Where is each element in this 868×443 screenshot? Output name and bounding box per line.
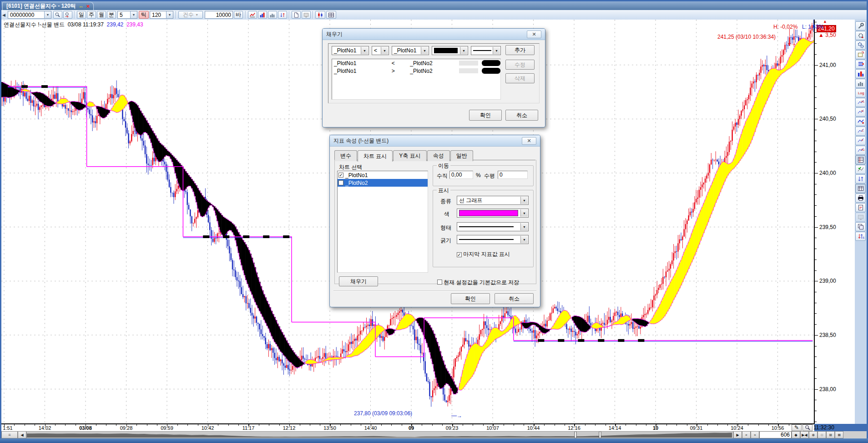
fill-style-select[interactable]: ▼ xyxy=(471,46,501,55)
trend-line-button[interactable] xyxy=(248,11,257,19)
page-left-button[interactable]: « xyxy=(742,431,751,438)
scroll-left-button[interactable]: ◀ xyxy=(18,431,26,438)
chevron-down-icon[interactable]: ▼ xyxy=(421,47,428,54)
horizontal-input[interactable]: 0 xyxy=(498,171,528,179)
vertical-input[interactable]: 0,00 xyxy=(449,171,473,179)
fill-left-plot-select[interactable]: _PlotNo1▼ xyxy=(332,46,369,55)
page-right-button[interactable]: » xyxy=(751,431,759,438)
visible-bars-input[interactable]: 606 xyxy=(759,431,792,438)
layout-button[interactable]: ⊞ xyxy=(826,431,835,438)
chevron-down-icon[interactable]: ▼ xyxy=(520,209,528,217)
wrench-icon[interactable] xyxy=(855,21,866,31)
indicator-properties-dialog[interactable]: 지표 속성 (!-선물 밴드) ✕ 변수차트 표시Y축 표시속성일반 차트 선택… xyxy=(329,135,540,307)
period-day-button[interactable]: 일 xyxy=(77,11,86,19)
copy-window-icon[interactable] xyxy=(855,222,866,231)
symbol-code-input[interactable]: 00000000▼ xyxy=(8,11,51,19)
tick-button[interactable]: 틱 xyxy=(139,11,149,19)
fill-cancel-button[interactable]: 취소 xyxy=(505,110,538,121)
chart-compare-icon[interactable]: C xyxy=(855,127,866,136)
window-tab[interactable]: [6101] 연결선물지수 - 120틱 ⇔ × xyxy=(2,2,94,10)
scroll-handle[interactable]: ≡ xyxy=(1,431,18,438)
fill-modify-button[interactable]: 수정 xyxy=(505,60,535,70)
swap-updown-icon[interactable] xyxy=(855,174,866,183)
color-select[interactable]: ▼ xyxy=(457,209,529,218)
plot-list-item[interactable]: ✓ _PlotNo1 xyxy=(338,171,428,179)
price-axis[interactable]: ▲ 241,20 ▲ 3,50 241,00 240,50 240,00 239… xyxy=(814,20,855,424)
expand-button[interactable]: ◆ xyxy=(792,431,800,438)
chevron-down-icon[interactable]: ▼ xyxy=(130,11,137,18)
volume-chart-button[interactable] xyxy=(258,11,267,19)
fill-right-plot-select[interactable]: _PlotNo1▼ xyxy=(392,46,429,55)
capture-button[interactable] xyxy=(302,11,311,19)
new-document-button[interactable] xyxy=(292,11,301,19)
chart-pct-icon[interactable]: % xyxy=(855,107,866,117)
props-cancel-button[interactable]: 취소 xyxy=(495,293,534,304)
scroll-right-button[interactable]: ▶ xyxy=(733,431,742,438)
period-week-button[interactable]: 주 xyxy=(87,11,96,19)
candle-style-button[interactable] xyxy=(315,11,325,19)
chevron-down-icon[interactable]: ▼ xyxy=(166,11,173,18)
close-chart-button[interactable]: ⊠ xyxy=(835,431,843,438)
plot-checkbox[interactable]: ✓ xyxy=(338,180,343,185)
multi-grid-button[interactable] xyxy=(326,11,336,19)
swap-icon[interactable]: ⇔ xyxy=(79,4,84,9)
chevron-down-icon[interactable]: ▼ xyxy=(381,47,388,54)
fill-condition-row[interactable]: _PlotNo1 < _PlotNo2 xyxy=(332,59,500,67)
count-select[interactable]: 건수 ▼ xyxy=(178,11,203,19)
chevron-down-icon[interactable]: ▼ xyxy=(520,223,528,230)
fill-ok-button[interactable]: 확인 xyxy=(469,110,502,121)
save-chart-icon[interactable] xyxy=(855,50,866,59)
search-go-button[interactable] xyxy=(63,11,72,19)
chart-line-icon[interactable] xyxy=(855,117,866,126)
chart-avg-icon[interactable]: %2 xyxy=(855,146,866,155)
zoom-button[interactable] xyxy=(802,424,812,431)
last-value-checkbox[interactable]: ✓ 마지막 지표값 표시 xyxy=(457,250,510,258)
chevron-down-icon[interactable]: ▼ xyxy=(460,47,467,54)
save-default-checkbox[interactable]: 현재 설정값을 기본값으로 저장 xyxy=(437,279,519,286)
plot-checkbox[interactable]: ✓ xyxy=(338,173,343,178)
minute-value-select[interactable]: 5▼ xyxy=(117,11,137,19)
props-dialog-titlebar[interactable]: 지표 속성 (!-선물 밴드) ✕ xyxy=(330,135,540,147)
bars-chart-button[interactable] xyxy=(268,11,277,19)
time-axis[interactable]: 1:51 14:02 03/08 09:28 09:59 10:42 11:17… xyxy=(1,424,814,432)
bars-input[interactable]: 10000 xyxy=(205,11,233,19)
updown-button[interactable] xyxy=(278,11,287,19)
capture-icon[interactable] xyxy=(855,213,866,222)
period-month-button[interactable]: 월 xyxy=(97,11,106,19)
fill-condition-list[interactable]: _PlotNo1 < _PlotNo2 _PlotNo1 > _PlotNo2 xyxy=(332,59,501,100)
chevron-down-icon[interactable]: ▼ xyxy=(44,11,51,18)
props-ok-button[interactable]: 확인 xyxy=(451,293,490,304)
tools-gears-icon[interactable] xyxy=(855,41,866,50)
list-icon[interactable] xyxy=(855,60,866,69)
fill-dialog-close-icon[interactable]: ✕ xyxy=(527,31,541,38)
fill-dialog[interactable]: 채우기 ✕ _PlotNo1▼ <▼ _PlotNo1▼ ▼ ▼ 추가 _Plo… xyxy=(322,28,545,127)
zoom-out-button[interactable]: ⊖ xyxy=(818,431,826,438)
draw-pencil-button[interactable]: ✎ xyxy=(792,424,802,431)
open-fill-dialog-button[interactable]: 채우기 xyxy=(339,276,378,286)
printer-icon[interactable] xyxy=(855,193,866,203)
data-grid-icon[interactable] xyxy=(855,155,866,164)
bar-unit-button[interactable]: 바 xyxy=(234,11,243,19)
chevron-down-icon[interactable]: ▼ xyxy=(493,47,500,54)
close-icon[interactable]: × xyxy=(86,4,90,9)
indicator-gear-icon[interactable] xyxy=(855,31,866,40)
search-button[interactable] xyxy=(53,11,62,19)
shape-select[interactable]: ▼ xyxy=(457,222,529,231)
chart-frame-icon[interactable]: F xyxy=(855,136,866,145)
sort-colors-icon[interactable]: S xyxy=(855,232,866,241)
log-scale-icon[interactable]: Log xyxy=(855,88,866,97)
tick-value-select[interactable]: 120▼ xyxy=(150,11,173,19)
print-page-icon[interactable]: P xyxy=(855,203,866,212)
fill-delete-button[interactable]: 삭제 xyxy=(505,73,535,83)
period-minute-button[interactable]: 분 xyxy=(107,11,116,19)
width-select[interactable]: ▼ xyxy=(457,235,529,244)
plot-list-item[interactable]: ✓ _PlotNo2 xyxy=(338,179,428,187)
fill-dialog-titlebar[interactable]: 채우기 ✕ xyxy=(323,29,545,40)
bars-icon[interactable] xyxy=(855,79,866,88)
fill-op-select[interactable]: <▼ xyxy=(372,46,389,55)
props-dialog-close-icon[interactable]: ✕ xyxy=(522,137,536,145)
collapse-left-icon[interactable]: ◀ xyxy=(2,13,5,17)
chevron-down-icon[interactable]: ▼ xyxy=(520,236,528,243)
volume-bars-icon[interactable] xyxy=(855,69,866,78)
fill-add-button[interactable]: 추가 xyxy=(505,45,535,55)
